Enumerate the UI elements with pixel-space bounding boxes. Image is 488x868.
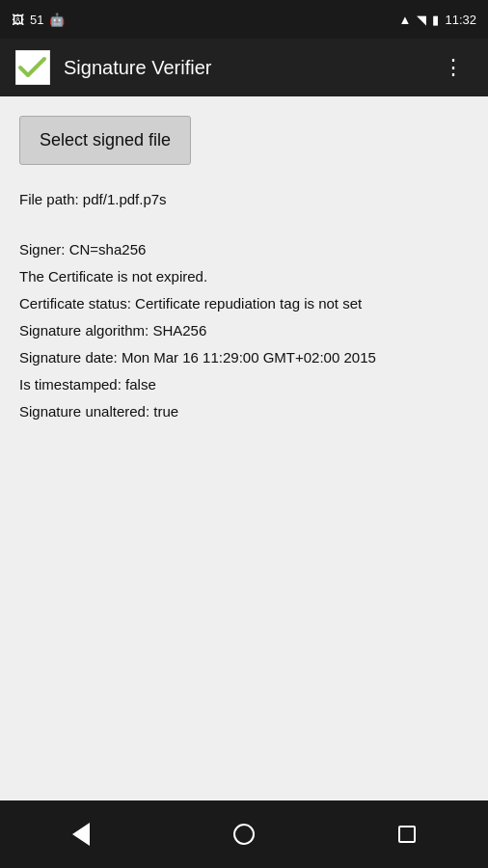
is-timestamped-line: Is timestamped: false	[19, 373, 469, 396]
status-bar-right: ▲ ◥ ▮ 11:32	[399, 13, 476, 27]
back-icon	[72, 823, 90, 846]
select-signed-file-button[interactable]: Select signed file	[19, 116, 191, 165]
overflow-menu-button[interactable]: ⋮	[435, 47, 473, 88]
checkmark-logo-icon	[15, 50, 50, 85]
sig-unaltered-line: Signature unaltered: true	[19, 400, 469, 423]
file-info-section: File path: pdf/1.pdf.p7s Signer: CN=sha2…	[19, 188, 469, 423]
navigation-bar	[0, 800, 488, 868]
recents-button[interactable]	[383, 810, 431, 858]
app-title: Signature Verifier	[64, 57, 435, 79]
signer-line: Signer: CN=sha256	[19, 238, 469, 261]
android-icon: 🤖	[49, 13, 65, 27]
wifi-icon: ▲	[399, 13, 412, 27]
notification-count: 51	[30, 13, 43, 27]
app-logo	[15, 50, 50, 85]
status-bar-left: 🖼 51 🤖	[12, 13, 65, 27]
image-icon: 🖼	[12, 13, 24, 27]
cert-status-line: Certificate status: Certificate repudiat…	[19, 292, 469, 315]
signal-icon: ◥	[417, 13, 426, 27]
time-display: 11:32	[445, 13, 476, 27]
home-button[interactable]	[220, 810, 268, 858]
sig-algorithm-line: Signature algorithm: SHA256	[19, 319, 469, 342]
recents-icon	[398, 826, 416, 843]
back-button[interactable]	[57, 810, 105, 858]
app-bar: Signature Verifier ⋮	[0, 39, 488, 96]
battery-icon: ▮	[432, 13, 439, 27]
status-bar: 🖼 51 🤖 ▲ ◥ ▮ 11:32	[0, 0, 488, 39]
main-content: Select signed file File path: pdf/1.pdf.…	[0, 96, 488, 800]
file-path-line: File path: pdf/1.pdf.p7s	[19, 188, 469, 211]
home-icon	[233, 824, 255, 845]
cert-expired-line: The Certificate is not expired.	[19, 265, 469, 288]
sig-date-line: Signature date: Mon Mar 16 11:29:00 GMT+…	[19, 346, 469, 369]
